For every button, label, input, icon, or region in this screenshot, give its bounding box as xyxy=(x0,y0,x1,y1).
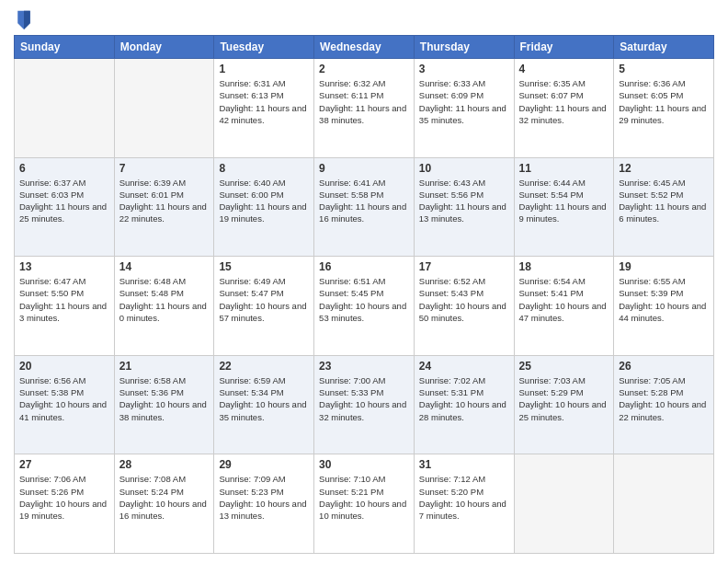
day-number: 3 xyxy=(419,63,509,75)
logo xyxy=(14,9,36,29)
header xyxy=(14,9,714,29)
calendar-week-5: 27Sunrise: 7:06 AM Sunset: 5:26 PM Dayli… xyxy=(15,454,714,554)
day-number: 27 xyxy=(19,458,109,471)
day-info: Sunrise: 7:02 AM Sunset: 5:31 PM Dayligh… xyxy=(419,374,509,423)
day-number: 10 xyxy=(419,162,509,175)
calendar-cell: 27Sunrise: 7:06 AM Sunset: 5:26 PM Dayli… xyxy=(15,454,115,554)
calendar-cell: 20Sunrise: 6:56 AM Sunset: 5:38 PM Dayli… xyxy=(15,355,115,454)
page: SundayMondayTuesdayWednesdayThursdayFrid… xyxy=(0,0,728,563)
day-info: Sunrise: 6:45 AM Sunset: 5:52 PM Dayligh… xyxy=(619,177,709,225)
day-info: Sunrise: 7:09 AM Sunset: 5:23 PM Dayligh… xyxy=(219,473,309,522)
day-info: Sunrise: 6:47 AM Sunset: 5:50 PM Dayligh… xyxy=(19,275,109,324)
calendar-header-row: SundayMondayTuesdayWednesdayThursdayFrid… xyxy=(15,36,714,59)
day-info: Sunrise: 7:08 AM Sunset: 5:24 PM Dayligh… xyxy=(119,473,210,522)
day-number: 12 xyxy=(619,162,709,175)
day-info: Sunrise: 6:58 AM Sunset: 5:36 PM Dayligh… xyxy=(119,374,210,423)
calendar-header-monday: Monday xyxy=(114,36,214,59)
calendar-cell: 6Sunrise: 6:37 AM Sunset: 6:03 PM Daylig… xyxy=(15,157,115,257)
day-info: Sunrise: 7:03 AM Sunset: 5:29 PM Dayligh… xyxy=(519,374,609,423)
day-number: 4 xyxy=(519,63,609,75)
day-number: 28 xyxy=(119,458,210,471)
day-info: Sunrise: 6:49 AM Sunset: 5:47 PM Dayligh… xyxy=(219,275,309,324)
day-info: Sunrise: 6:52 AM Sunset: 5:43 PM Dayligh… xyxy=(419,275,509,324)
day-info: Sunrise: 6:44 AM Sunset: 5:54 PM Dayligh… xyxy=(519,177,609,225)
day-number: 18 xyxy=(519,260,609,273)
calendar-cell: 1Sunrise: 6:31 AM Sunset: 6:13 PM Daylig… xyxy=(214,59,314,158)
day-info: Sunrise: 7:12 AM Sunset: 5:20 PM Dayligh… xyxy=(419,473,509,522)
calendar-cell: 28Sunrise: 7:08 AM Sunset: 5:24 PM Dayli… xyxy=(114,454,214,554)
calendar-cell xyxy=(15,59,115,158)
calendar-cell: 31Sunrise: 7:12 AM Sunset: 5:20 PM Dayli… xyxy=(414,454,514,554)
day-number: 11 xyxy=(519,162,609,175)
day-number: 20 xyxy=(19,360,109,373)
day-info: Sunrise: 6:37 AM Sunset: 6:03 PM Dayligh… xyxy=(19,177,109,225)
day-number: 5 xyxy=(619,63,709,75)
calendar-cell: 16Sunrise: 6:51 AM Sunset: 5:45 PM Dayli… xyxy=(314,257,415,356)
day-number: 6 xyxy=(19,162,109,175)
day-info: Sunrise: 7:05 AM Sunset: 5:28 PM Dayligh… xyxy=(619,374,709,423)
calendar-cell xyxy=(114,59,214,158)
calendar-cell: 4Sunrise: 6:35 AM Sunset: 6:07 PM Daylig… xyxy=(514,59,614,158)
calendar-week-4: 20Sunrise: 6:56 AM Sunset: 5:38 PM Dayli… xyxy=(15,355,714,454)
calendar-cell: 24Sunrise: 7:02 AM Sunset: 5:31 PM Dayli… xyxy=(414,355,514,454)
calendar-header-saturday: Saturday xyxy=(614,36,714,59)
day-number: 1 xyxy=(219,63,309,75)
calendar-header-tuesday: Tuesday xyxy=(214,36,314,59)
day-info: Sunrise: 6:51 AM Sunset: 5:45 PM Dayligh… xyxy=(319,275,409,324)
calendar-cell: 12Sunrise: 6:45 AM Sunset: 5:52 PM Dayli… xyxy=(614,157,714,257)
day-info: Sunrise: 7:10 AM Sunset: 5:21 PM Dayligh… xyxy=(319,473,409,522)
day-number: 16 xyxy=(319,260,409,273)
calendar-cell: 26Sunrise: 7:05 AM Sunset: 5:28 PM Dayli… xyxy=(614,355,714,454)
day-info: Sunrise: 6:54 AM Sunset: 5:41 PM Dayligh… xyxy=(519,275,609,324)
day-info: Sunrise: 6:33 AM Sunset: 6:09 PM Dayligh… xyxy=(419,77,509,126)
day-number: 15 xyxy=(219,260,309,273)
day-number: 23 xyxy=(319,360,409,373)
calendar-cell: 25Sunrise: 7:03 AM Sunset: 5:29 PM Dayli… xyxy=(514,355,614,454)
day-info: Sunrise: 6:32 AM Sunset: 6:11 PM Dayligh… xyxy=(319,77,409,126)
day-number: 13 xyxy=(19,260,109,273)
logo-icon xyxy=(16,9,32,29)
day-info: Sunrise: 6:36 AM Sunset: 6:05 PM Dayligh… xyxy=(619,77,709,126)
calendar-cell: 23Sunrise: 7:00 AM Sunset: 5:33 PM Dayli… xyxy=(314,355,415,454)
day-number: 9 xyxy=(319,162,409,175)
day-number: 19 xyxy=(619,260,709,273)
calendar-cell: 15Sunrise: 6:49 AM Sunset: 5:47 PM Dayli… xyxy=(214,257,314,356)
day-info: Sunrise: 6:35 AM Sunset: 6:07 PM Dayligh… xyxy=(519,77,609,126)
calendar-cell: 17Sunrise: 6:52 AM Sunset: 5:43 PM Dayli… xyxy=(414,257,514,356)
day-number: 26 xyxy=(619,360,709,373)
day-number: 29 xyxy=(219,458,309,471)
calendar-cell: 22Sunrise: 6:59 AM Sunset: 5:34 PM Dayli… xyxy=(214,355,314,454)
calendar-header-friday: Friday xyxy=(514,36,614,59)
calendar-cell: 11Sunrise: 6:44 AM Sunset: 5:54 PM Dayli… xyxy=(514,157,614,257)
calendar-cell: 5Sunrise: 6:36 AM Sunset: 6:05 PM Daylig… xyxy=(614,59,714,158)
day-number: 7 xyxy=(119,162,210,175)
calendar-cell xyxy=(614,454,714,554)
day-number: 8 xyxy=(219,162,309,175)
day-info: Sunrise: 6:41 AM Sunset: 5:58 PM Dayligh… xyxy=(319,177,409,225)
day-info: Sunrise: 6:39 AM Sunset: 6:01 PM Dayligh… xyxy=(119,177,210,225)
calendar-cell: 30Sunrise: 7:10 AM Sunset: 5:21 PM Dayli… xyxy=(314,454,415,554)
day-info: Sunrise: 7:06 AM Sunset: 5:26 PM Dayligh… xyxy=(19,473,109,522)
day-number: 24 xyxy=(419,360,509,373)
calendar-week-3: 13Sunrise: 6:47 AM Sunset: 5:50 PM Dayli… xyxy=(15,257,714,356)
day-number: 14 xyxy=(119,260,210,273)
calendar-cell: 9Sunrise: 6:41 AM Sunset: 5:58 PM Daylig… xyxy=(314,157,415,257)
day-info: Sunrise: 6:48 AM Sunset: 5:48 PM Dayligh… xyxy=(119,275,210,324)
svg-marker-1 xyxy=(24,11,30,29)
calendar-cell xyxy=(514,454,614,554)
calendar-cell: 14Sunrise: 6:48 AM Sunset: 5:48 PM Dayli… xyxy=(114,257,214,356)
calendar-cell: 21Sunrise: 6:58 AM Sunset: 5:36 PM Dayli… xyxy=(114,355,214,454)
calendar-cell: 19Sunrise: 6:55 AM Sunset: 5:39 PM Dayli… xyxy=(614,257,714,356)
day-info: Sunrise: 7:00 AM Sunset: 5:33 PM Dayligh… xyxy=(319,374,409,423)
day-number: 21 xyxy=(119,360,210,373)
day-info: Sunrise: 6:31 AM Sunset: 6:13 PM Dayligh… xyxy=(219,77,309,126)
calendar-cell: 2Sunrise: 6:32 AM Sunset: 6:11 PM Daylig… xyxy=(314,59,415,158)
day-number: 25 xyxy=(519,360,609,373)
calendar-header-wednesday: Wednesday xyxy=(314,36,415,59)
day-info: Sunrise: 6:43 AM Sunset: 5:56 PM Dayligh… xyxy=(419,177,509,225)
day-number: 30 xyxy=(319,458,409,471)
calendar-header-sunday: Sunday xyxy=(15,36,115,59)
day-info: Sunrise: 6:59 AM Sunset: 5:34 PM Dayligh… xyxy=(219,374,309,423)
day-info: Sunrise: 6:40 AM Sunset: 6:00 PM Dayligh… xyxy=(219,177,309,225)
day-number: 22 xyxy=(219,360,309,373)
